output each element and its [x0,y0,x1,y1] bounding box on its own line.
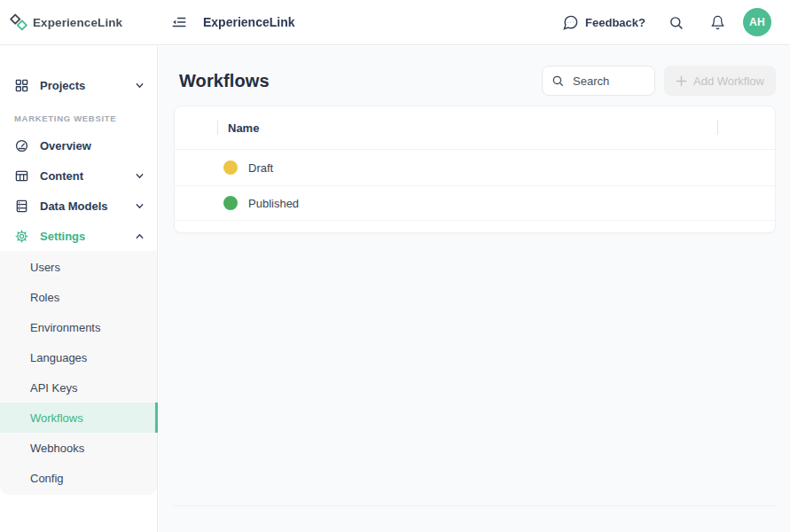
table-header: Name [175,106,775,150]
submenu-item-label: Config [30,472,64,485]
page-header-controls: Add Workflow [542,66,776,96]
submenu-item-label: Roles [30,291,59,304]
sidebar-item-label: Projects [40,79,85,92]
search-input[interactable] [571,74,645,89]
sidebar-nav: Overview Content [0,130,157,495]
sidebar-item-languages[interactable]: Languages [0,342,157,372]
status-dot-draft [223,160,238,175]
project-section-label: MARKETING WEBSITE [14,113,157,123]
workflow-search [542,66,655,96]
sidebar-item-label: Overview [40,139,91,153]
column-divider [717,121,718,135]
column-divider [217,121,218,135]
feedback-button[interactable]: Feedback? [562,14,645,31]
submenu-item-label: Users [30,261,60,274]
header-app-title: ExperienceLink [203,15,295,29]
table-row[interactable]: Draft [175,150,775,185]
sidebar-collapse-icon[interactable] [168,11,191,34]
sidebar-item-workflows[interactable]: Workflows [0,403,157,433]
submenu-item-label: Workflows [30,411,83,425]
table-body: Draft Published [175,150,775,232]
table-icon [14,169,28,183]
submenu-item-label: API Keys [30,381,77,395]
top-header: ExperienceLink ExperienceLink Feedback? [0,0,790,45]
table-row[interactable]: Published [175,185,775,221]
chevron-up-icon [135,231,145,241]
sidebar-item-roles[interactable]: Roles [0,282,157,312]
page-header: Workflows Add Workflow [159,46,790,96]
sidebar-item-data-models[interactable]: Data Models [0,191,157,221]
page-title: Workflows [179,71,270,91]
gear-icon [14,230,28,243]
add-workflow-button[interactable]: Add Workflow [664,66,776,96]
sidebar: Projects MARKETING WEBSITE Overview [0,46,158,532]
chat-bubble-icon [562,14,579,31]
sidebar-item-label: Data Models [40,200,108,213]
add-workflow-label: Add Workflow [693,74,764,88]
workflow-name: Draft [248,161,273,175]
grid-icon [14,79,28,92]
app-logo[interactable]: ExperienceLink [0,12,158,32]
sidebar-item-users[interactable]: Users [0,252,157,282]
submenu-item-label: Environments [30,321,100,334]
search-icon [551,74,564,87]
sidebar-item-config[interactable]: Config [0,463,157,493]
sidebar-item-environments[interactable]: Environments [0,312,157,342]
sidebar-item-webhooks[interactable]: Webhooks [0,433,157,463]
database-icon [14,200,28,213]
logo-diamonds-icon [9,12,28,32]
chevron-down-icon [135,81,145,90]
sidebar-item-projects[interactable]: Projects [0,69,157,101]
chevron-down-icon [135,201,145,211]
chevron-down-icon [135,171,145,181]
footer-divider [174,505,776,506]
header-actions: Feedback? AH [562,8,790,36]
sidebar-item-settings[interactable]: Settings [0,221,157,251]
main-content: Workflows Add Workflow [159,46,790,532]
sidebar-item-label: Content [40,169,83,183]
dashboard-gauge-icon [14,139,28,153]
status-dot-published [223,196,238,210]
plus-icon [676,75,687,87]
logo-text: ExperienceLink [33,16,122,29]
settings-submenu: Users Roles Environments Languages API K… [0,251,157,495]
feedback-label: Feedback? [585,16,645,29]
submenu-item-label: Webhooks [30,442,84,455]
workflow-name: Published [248,197,299,210]
notifications-bell-icon[interactable] [707,12,729,34]
search-icon[interactable] [665,12,687,34]
workflows-table-card: Name Draft Published [174,106,776,233]
sidebar-item-overview[interactable]: Overview [0,130,157,160]
column-header-name: Name [228,121,259,135]
sidebar-item-label: Settings [40,230,85,243]
sidebar-item-api-keys[interactable]: API Keys [0,372,157,403]
user-avatar[interactable]: AH [743,8,771,36]
sidebar-item-content[interactable]: Content [0,160,157,191]
submenu-item-label: Languages [30,351,87,364]
